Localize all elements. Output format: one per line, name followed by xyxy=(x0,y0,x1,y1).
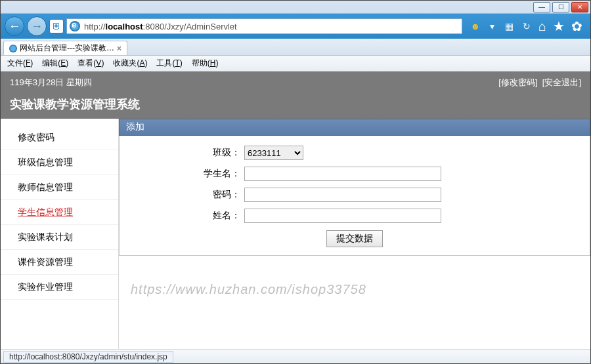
menu-tools[interactable]: 工具(T) xyxy=(156,58,182,69)
dropdown-icon[interactable]: ▾ xyxy=(487,21,498,31)
home-icon[interactable]: ⌂ xyxy=(538,19,546,34)
ie-icon xyxy=(70,21,80,31)
settings-gear-icon[interactable]: ✿ xyxy=(571,18,582,34)
sidebar-item-teacher-manage[interactable]: 教师信息管理 xyxy=(1,175,118,200)
sidebar-item-label: 教师信息管理 xyxy=(18,182,73,193)
shield-icon: ⛨ xyxy=(52,21,61,31)
status-url: http://localhost:8080/Jxzy/admin/stu/ind… xyxy=(3,351,173,363)
sidebar-item-homework-manage[interactable]: 实验作业管理 xyxy=(1,275,118,300)
close-window-button[interactable]: ✕ xyxy=(571,2,588,12)
tab-close-button[interactable]: × xyxy=(117,44,121,53)
smiley-icon[interactable]: ☻ xyxy=(470,21,481,31)
sidebar: 修改密码 班级信息管理 教师信息管理 学生信息管理 实验课表计划 课件资源管理 … xyxy=(1,119,119,349)
refresh-icon[interactable]: ↻ xyxy=(521,21,532,31)
sidebar-item-label: 学生信息管理 xyxy=(18,207,73,218)
sidebar-item-class-manage[interactable]: 班级信息管理 xyxy=(1,150,118,175)
browser-right-tools: ⌂ ★ ✿ xyxy=(535,18,586,34)
sidebar-item-schedule-plan[interactable]: 实验课表计划 xyxy=(1,225,118,250)
header-date: 119年3月28日 星期四 xyxy=(10,77,92,89)
grid-icon[interactable]: ▦ xyxy=(504,21,515,31)
sidebar-item-change-password[interactable]: 修改密码 xyxy=(1,125,118,150)
favorites-icon[interactable]: ★ xyxy=(553,18,565,34)
sidebar-item-courseware-manage[interactable]: 课件资源管理 xyxy=(1,250,118,275)
browser-window: — ☐ ✕ ← → ⛨ http://localhost:8080/Jxzy/A… xyxy=(0,0,591,364)
url-path: /Jxzy/AdminServlet xyxy=(164,22,237,31)
forward-arrow-icon: → xyxy=(31,20,43,33)
menu-help[interactable]: 帮助(H) xyxy=(192,58,219,69)
realname-input[interactable] xyxy=(244,209,441,223)
watermark-text: https://www.huzhan.com/ishop33758 xyxy=(131,282,590,297)
address-bar[interactable]: http://localhost:8080/Jxzy/AdminServlet xyxy=(66,18,462,34)
sidebar-item-student-manage[interactable]: 学生信息管理 xyxy=(1,200,118,225)
url-scheme: http:// xyxy=(84,22,106,31)
menu-file[interactable]: 文件(F) xyxy=(7,58,33,69)
url-host: localhost xyxy=(106,22,143,31)
add-student-form: 班级： 6233111 学生名： 密码： 姓名： xyxy=(119,136,590,256)
os-titlebar: — ☐ ✕ xyxy=(1,1,590,14)
header-links: [修改密码] [安全退出] xyxy=(498,77,581,89)
sidebar-item-label: 实验作业管理 xyxy=(18,281,73,293)
label-class: 班级： xyxy=(120,147,244,159)
status-bar: http://localhost:8080/Jxzy/admin/stu/ind… xyxy=(1,349,590,363)
compat-view-button[interactable]: ⛨ xyxy=(49,19,64,33)
password-input[interactable] xyxy=(244,188,441,202)
back-button[interactable]: ← xyxy=(5,16,24,36)
url-port: :8080 xyxy=(143,22,165,31)
main-panel: 添加 班级： 6233111 学生名： 密码： xyxy=(119,119,590,349)
logout-link[interactable]: [安全退出] xyxy=(542,77,581,87)
submit-button[interactable]: 提交数据 xyxy=(326,230,383,247)
sidebar-item-label: 课件资源管理 xyxy=(18,256,73,268)
panel-title: 添加 xyxy=(119,119,590,136)
label-realname: 姓名： xyxy=(120,210,244,222)
sidebar-item-label: 班级信息管理 xyxy=(18,157,73,169)
sidebar-item-label: 实验课表计划 xyxy=(18,232,73,243)
menu-edit[interactable]: 编辑(E) xyxy=(42,58,68,69)
tab-title: 网站后台管理---实验课教… xyxy=(20,43,114,54)
page-body: 修改密码 班级信息管理 教师信息管理 学生信息管理 实验课表计划 课件资源管理 … xyxy=(1,119,590,349)
change-password-link[interactable]: [修改密码] xyxy=(498,77,537,87)
label-username: 学生名： xyxy=(120,168,244,180)
username-input[interactable] xyxy=(244,167,441,181)
page-header: 119年3月28日 星期四 [修改密码] [安全退出] 实验课教学资源管理系统 xyxy=(1,71,590,119)
class-select[interactable]: 6233111 xyxy=(244,146,303,160)
menu-bar: 文件(F) 编辑(E) 查看(V) 收藏夹(A) 工具(T) 帮助(H) xyxy=(1,56,590,71)
sidebar-item-label: 修改密码 xyxy=(18,132,55,144)
maximize-button[interactable]: ☐ xyxy=(552,2,569,12)
browser-tab[interactable]: 网站后台管理---实验课教… × xyxy=(3,41,127,55)
forward-button[interactable]: → xyxy=(27,16,47,36)
page-title: 实验课教学资源管理系统 xyxy=(10,96,581,112)
browser-toolbar: ← → ⛨ http://localhost:8080/Jxzy/AdminSe… xyxy=(1,14,590,39)
tab-favicon-icon xyxy=(9,45,17,52)
label-password: 密码： xyxy=(120,189,244,201)
menu-view[interactable]: 查看(V) xyxy=(77,58,104,69)
minimize-button[interactable]: — xyxy=(533,2,550,12)
menu-favorites[interactable]: 收藏夹(A) xyxy=(113,58,147,69)
back-arrow-icon: ← xyxy=(9,20,20,33)
tab-strip: 网站后台管理---实验课教… × xyxy=(1,39,590,56)
addressbar-icons: ☻ ▾ ▦ ↻ xyxy=(470,21,532,31)
